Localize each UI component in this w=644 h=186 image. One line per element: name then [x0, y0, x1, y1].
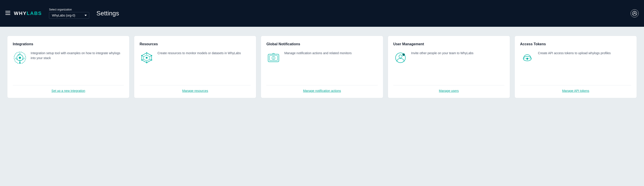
page-title: Settings — [96, 10, 119, 17]
access-tokens-card-description: Create API access tokens to upload whylo… — [538, 51, 631, 56]
org-label: Select organization — [49, 8, 89, 11]
resources-card: Resources — [134, 36, 256, 98]
integrations-icon — [13, 51, 27, 65]
global-notifications-card-link[interactable]: Manage notification actions — [266, 89, 378, 93]
user-management-icon — [393, 51, 408, 65]
global-notifications-card-body: Manage notification actions and related … — [266, 51, 378, 81]
global-notifications-icon — [266, 51, 281, 65]
access-tokens-card-body: Create API access tokens to upload whylo… — [520, 51, 631, 81]
org-select[interactable]: WhyLabs (org-0) — [49, 12, 89, 19]
access-tokens-card-divider — [520, 85, 631, 86]
integrations-card-link[interactable]: Set up a new integration — [13, 89, 124, 93]
integrations-card: Integrations — [7, 36, 130, 98]
svg-rect-0 — [5, 11, 10, 12]
user-management-card-description: Invite other people on your team to WhyL… — [411, 51, 504, 56]
svg-point-28 — [273, 58, 274, 59]
user-avatar[interactable] — [630, 9, 639, 17]
global-notifications-card: Global Notifications Manage notification… — [261, 36, 383, 98]
header: WHYLABS Select organization WhyLabs (org… — [0, 0, 644, 27]
header-left: WHYLABS — [5, 10, 42, 16]
org-section: Select organization WhyLabs (org-0) — [49, 8, 89, 19]
svg-rect-2 — [5, 14, 10, 15]
user-management-card-title: User Management — [393, 42, 504, 46]
svg-point-11 — [146, 57, 148, 59]
user-management-card-link[interactable]: Manage users — [393, 89, 504, 93]
svg-point-19 — [151, 55, 152, 56]
integrations-card-body: Integration setup tool with examples on … — [13, 51, 124, 81]
resources-card-description: Create resources to monitor models or da… — [158, 51, 251, 56]
global-notifications-card-description: Manage notification actions and related … — [284, 51, 378, 56]
svg-point-4 — [634, 12, 636, 14]
menu-icon[interactable] — [5, 11, 10, 16]
global-notifications-card-divider — [266, 85, 378, 86]
cards-grid: Integrations — [7, 36, 637, 98]
access-tokens-card-title: Access Tokens — [520, 42, 631, 46]
access-tokens-icon — [520, 51, 534, 65]
logo: WHYLABS — [14, 10, 42, 16]
svg-point-23 — [141, 55, 142, 56]
integrations-card-title: Integrations — [13, 42, 124, 46]
resources-card-body: Create resources to monitor models or da… — [140, 51, 251, 81]
svg-point-20 — [151, 60, 152, 61]
svg-point-18 — [146, 52, 147, 54]
integrations-card-divider — [13, 85, 124, 86]
svg-point-40 — [527, 58, 528, 59]
user-management-card-divider — [393, 85, 504, 86]
access-tokens-card-link[interactable]: Manage API tokens — [520, 89, 631, 93]
resources-icon — [140, 51, 154, 65]
access-tokens-card: Access Tokens Create API access tokens t… — [514, 36, 637, 98]
resources-card-divider — [140, 85, 251, 86]
svg-point-21 — [146, 62, 147, 63]
user-management-card-body: Invite other people on your team to WhyL… — [393, 51, 504, 81]
integrations-card-description: Integration setup tool with examples on … — [31, 51, 124, 61]
main-content: Integrations — [0, 27, 644, 107]
resources-card-title: Resources — [140, 42, 251, 46]
svg-point-31 — [399, 55, 402, 58]
svg-point-8 — [19, 62, 20, 63]
global-notifications-card-title: Global Notifications — [266, 42, 378, 46]
svg-point-22 — [141, 60, 142, 61]
user-management-card: User Management Invite other people on y… — [388, 36, 510, 98]
svg-rect-1 — [5, 12, 10, 13]
resources-card-link[interactable]: Manage resources — [140, 89, 251, 93]
